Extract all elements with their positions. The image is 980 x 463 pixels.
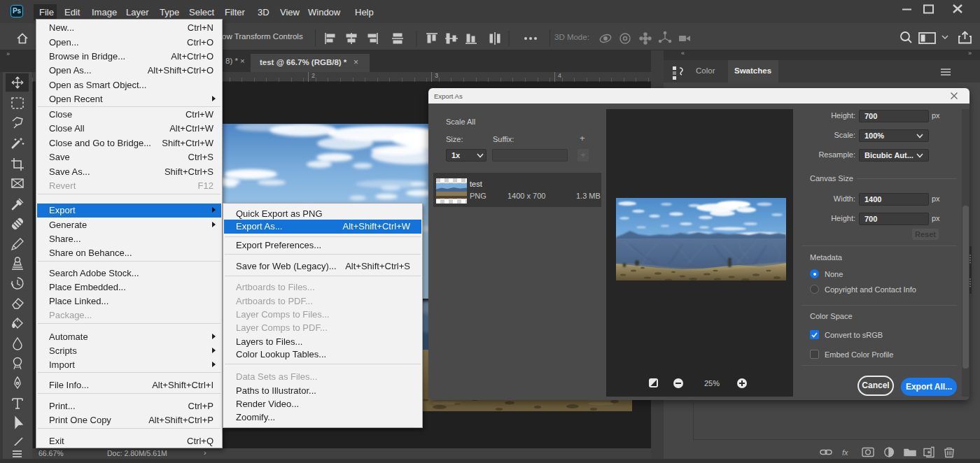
svg-text:fx: fx: [842, 448, 848, 457]
